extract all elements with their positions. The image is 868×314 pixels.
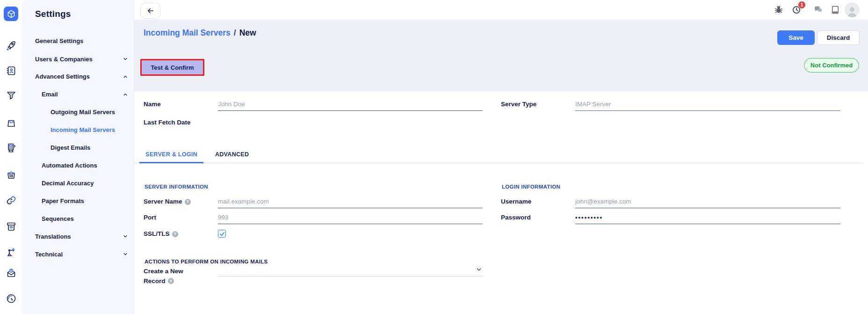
funnel-icon[interactable] bbox=[5, 89, 17, 102]
last-fetch-date-label: Last Fetch Date bbox=[144, 116, 191, 129]
chevron-down-icon[interactable] bbox=[123, 234, 128, 239]
person-icon bbox=[846, 5, 859, 17]
app-icon-rail: $ bbox=[0, 0, 22, 314]
help-icon: ? bbox=[168, 278, 174, 284]
highlight-box: Test & Confirm bbox=[140, 59, 204, 76]
server-name-label: Server Name? bbox=[144, 195, 191, 208]
contacts-book-icon[interactable] bbox=[5, 64, 17, 77]
chevron-down-icon[interactable] bbox=[123, 251, 128, 257]
port-label: Port bbox=[144, 211, 156, 224]
sidebar-item-general-settings[interactable]: General Settings bbox=[35, 37, 83, 46]
sidebar-item-outgoing-mail-servers[interactable]: Outgoing Mail Servers bbox=[51, 108, 115, 117]
server-name-input[interactable] bbox=[218, 195, 483, 208]
header-band: Incoming Mail Servers/New Save Discard T… bbox=[134, 20, 868, 91]
tab-server-login[interactable]: SERVER & LOGIN bbox=[139, 146, 203, 163]
breadcrumb: Incoming Mail Servers/New bbox=[144, 27, 256, 39]
server-type-label: Server Type bbox=[501, 98, 536, 111]
settings-app: $ Settings General Settings Users & Comp… bbox=[0, 0, 868, 314]
chat-bubbles-icon[interactable] bbox=[813, 5, 823, 15]
status-badge: Not Confirmed bbox=[804, 58, 859, 73]
password-label: Password bbox=[501, 211, 531, 224]
invoice-mail-icon[interactable]: $ bbox=[5, 266, 17, 279]
sidebar-title: Settings bbox=[35, 9, 71, 19]
user-avatar[interactable] bbox=[845, 2, 860, 17]
notification-count-badge[interactable]: 1 bbox=[798, 1, 806, 9]
chevron-up-icon[interactable] bbox=[123, 74, 128, 80]
server-information-header: SERVER INFORMATION bbox=[145, 184, 208, 190]
create-record-label: Create a New Record? bbox=[144, 266, 197, 286]
form-sheet: Name Server Type Last Fetch Date SERVER … bbox=[134, 91, 868, 314]
server-type-input[interactable] bbox=[575, 98, 840, 111]
dollar-glyph: $ bbox=[10, 269, 12, 272]
chevron-up-icon[interactable] bbox=[123, 92, 128, 97]
sidebar-item-email[interactable]: Email bbox=[42, 90, 58, 99]
link-icon[interactable] bbox=[5, 194, 17, 206]
breadcrumb-parent-link[interactable]: Incoming Mail Servers bbox=[144, 28, 231, 37]
ssl-tls-label: SSL/TLS? bbox=[144, 227, 178, 241]
breadcrumb-current: New bbox=[239, 28, 256, 37]
pos-terminal-icon[interactable] bbox=[5, 141, 17, 154]
app-logo-cube-icon[interactable] bbox=[4, 7, 18, 21]
save-button[interactable]: Save bbox=[777, 30, 815, 45]
sidebar-item-incoming-mail-servers[interactable]: Incoming Mail Servers bbox=[51, 125, 115, 135]
topbar: 1 bbox=[134, 0, 868, 20]
check-icon bbox=[219, 231, 225, 237]
shopping-bag-icon[interactable] bbox=[5, 116, 17, 129]
port-input[interactable] bbox=[218, 211, 483, 224]
main-content: 1 Incoming Mail Servers/New Save Discard… bbox=[134, 0, 868, 314]
name-input[interactable] bbox=[218, 98, 483, 111]
chevron-down-icon bbox=[476, 266, 482, 275]
discard-button[interactable]: Discard bbox=[817, 30, 860, 45]
username-input[interactable] bbox=[575, 195, 840, 208]
test-confirm-button[interactable]: Test & Confirm bbox=[142, 60, 203, 74]
help-icon: ? bbox=[185, 199, 191, 205]
sidebar-item-advanced-settings[interactable]: Advanced Settings bbox=[35, 72, 90, 81]
password-input[interactable] bbox=[575, 211, 840, 224]
tab-advanced[interactable]: ADVANCED bbox=[209, 146, 255, 163]
speedometer-icon[interactable] bbox=[5, 292, 17, 305]
help-icon: ? bbox=[172, 231, 178, 237]
username-label: Username bbox=[501, 195, 531, 208]
basket-icon[interactable] bbox=[5, 168, 17, 181]
chevron-down-icon[interactable] bbox=[123, 56, 128, 62]
sidebar-item-digest-emails[interactable]: Digest Emails bbox=[51, 143, 90, 153]
sidebar-item-decimal-accuracy[interactable]: Decimal Accuracy bbox=[42, 179, 94, 188]
actions-incoming-mails-header: ACTIONS TO PERFORM ON INCOMING MAILS bbox=[145, 259, 268, 264]
create-record-dropdown[interactable] bbox=[218, 266, 483, 277]
bug-icon[interactable] bbox=[774, 5, 783, 15]
sidebar-item-automated-actions[interactable]: Automated Actions bbox=[42, 161, 97, 170]
name-label: Name bbox=[144, 98, 161, 111]
back-button[interactable] bbox=[140, 3, 160, 19]
sidebar-item-technical[interactable]: Technical bbox=[35, 250, 63, 259]
sidebar-item-users-companies[interactable]: Users & Companies bbox=[35, 55, 93, 64]
archive-box-icon[interactable] bbox=[5, 220, 17, 233]
tablet-grid-icon[interactable] bbox=[831, 5, 840, 15]
breadcrumb-separator: / bbox=[231, 28, 239, 37]
login-information-header: LOGIN INFORMATION bbox=[502, 184, 560, 190]
rocket-icon[interactable] bbox=[5, 39, 17, 52]
sidebar-item-translations[interactable]: Translations bbox=[35, 232, 71, 241]
sidebar-item-paper-formats[interactable]: Paper Formats bbox=[42, 197, 84, 206]
notebook-tabs: SERVER & LOGIN ADVANCED bbox=[134, 146, 863, 163]
settings-sidebar: Settings General Settings Users & Compan… bbox=[22, 0, 134, 314]
arrow-left-icon bbox=[146, 7, 155, 15]
sidebar-item-sequences[interactable]: Sequences bbox=[42, 214, 74, 224]
ssl-tls-checkbox[interactable] bbox=[218, 230, 226, 238]
crane-icon[interactable] bbox=[5, 245, 17, 258]
